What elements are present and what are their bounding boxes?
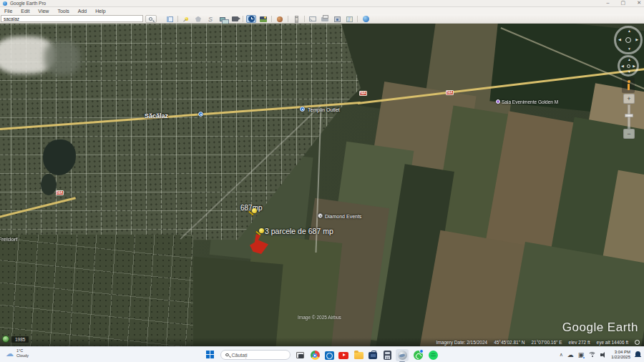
system-clock[interactable]: 3:04 PM 1/22/2025: [611, 350, 630, 360]
road-shield: 59A: [359, 91, 367, 96]
eye-altitude-readout: 14406 ft: [612, 340, 629, 345]
onedrive-cloud-icon[interactable]: ☁: [567, 351, 574, 358]
placemark-pin-icon: [185, 17, 188, 21]
briefcase-app-button[interactable]: [366, 349, 379, 361]
cloud-icon: ☁: [6, 349, 14, 358]
hand-icon: [627, 64, 630, 68]
north-arrow-icon: ▲: [628, 29, 631, 33]
elevation-readout: 272 ft: [578, 340, 590, 345]
minimize-button[interactable]: –: [607, 0, 610, 6]
switch-planets-button[interactable]: [275, 15, 285, 23]
imagery-date-label: Imagery Date:: [436, 340, 466, 345]
chrome-button[interactable]: [308, 349, 321, 361]
eye-alt-label: eye alt: [597, 340, 610, 345]
menu-add[interactable]: Add: [74, 9, 91, 14]
spotify-button[interactable]: [426, 349, 439, 361]
menu-help[interactable]: Help: [91, 9, 109, 14]
pegman-icon: [626, 80, 630, 90]
task-view-button[interactable]: [293, 349, 306, 361]
globe-icon: [363, 16, 369, 22]
store-poi-icon[interactable]: [198, 112, 203, 117]
briefcase-icon: [369, 352, 377, 359]
tray-date: 1/22/2025: [611, 355, 630, 360]
venue-poi-icon[interactable]: [496, 99, 500, 104]
elev-label: elev: [569, 340, 577, 345]
teams-icon[interactable]: ▣: [578, 351, 585, 358]
zoom-out-button[interactable]: −: [623, 129, 635, 139]
search-button[interactable]: [145, 15, 157, 23]
tray-overflow-chevron-icon[interactable]: ∧: [560, 352, 563, 358]
move-joystick[interactable]: ▲ ▼ ◀ ▶: [618, 55, 639, 77]
calculator-button[interactable]: [381, 349, 394, 361]
save-image-icon: [334, 16, 341, 22]
outlook-icon: [325, 351, 334, 360]
whatsapp-button[interactable]: [411, 349, 424, 361]
poi-label[interactable]: Diamond Events: [325, 214, 361, 219]
window-title: Google Earth Pro: [10, 1, 46, 6]
add-image-overlay-button[interactable]: [218, 15, 228, 23]
email-button[interactable]: [308, 15, 318, 23]
clock-icon: [248, 16, 255, 22]
menu-edit[interactable]: Edit: [16, 9, 34, 14]
ruler-button[interactable]: [291, 15, 301, 23]
sunlight-button[interactable]: [258, 15, 268, 23]
yellow-pushpin-icon[interactable]: [248, 208, 258, 218]
youtube-button[interactable]: [337, 349, 350, 361]
store-poi-icon[interactable]: [300, 107, 305, 112]
menu-tools[interactable]: Tools: [53, 9, 73, 14]
town-label: Săcălaz: [145, 112, 168, 119]
close-button[interactable]: ✕: [637, 0, 641, 6]
zoom-in-button[interactable]: +: [623, 94, 635, 104]
tray-time: 3:04 PM: [615, 350, 630, 355]
earth-view-button[interactable]: [361, 15, 371, 23]
google-earth-taskbar-button[interactable]: [396, 349, 409, 361]
events-poi-icon[interactable]: [318, 213, 323, 218]
pegman-control[interactable]: [622, 77, 635, 93]
district-label: Freidorf: [0, 236, 18, 243]
placemark-label[interactable]: 3 parcele de 687 mp: [265, 227, 333, 235]
polygon-icon: [195, 16, 201, 22]
toolbar: S: [0, 14, 644, 24]
zoom-slider-handle[interactable]: [625, 114, 633, 117]
longitude-readout: 21°07'00.16" E: [532, 340, 562, 345]
desktop: Google Earth Pro – ▢ ✕ File Edit View To…: [0, 0, 644, 362]
cloud-shadow: [44, 41, 80, 75]
road-shield: 59A: [56, 190, 64, 195]
speaker-icon[interactable]: [600, 352, 607, 358]
imagery-copyright: Image © 2025 Airbus: [298, 315, 341, 320]
eye-icon: [625, 37, 631, 43]
search-input[interactable]: [1, 15, 143, 22]
add-polygon-button[interactable]: [193, 15, 203, 23]
historical-imagery-button[interactable]: [246, 15, 256, 23]
outlook-button[interactable]: [323, 349, 336, 361]
map-viewport[interactable]: 59A 59A 59A Templin Outlet Sala Evenimen…: [0, 24, 644, 346]
print-button[interactable]: [320, 15, 330, 23]
ruler-icon: [295, 16, 298, 23]
add-path-button[interactable]: S: [205, 15, 215, 23]
latitude-readout: 45°45'02.81" N: [494, 340, 525, 345]
file-explorer-button[interactable]: [352, 349, 365, 361]
wifi-icon[interactable]: [588, 352, 596, 358]
maximize-button[interactable]: ▢: [621, 0, 626, 6]
spotify-icon: [429, 351, 438, 360]
calculator-icon: [384, 351, 391, 360]
hide-sidebar-button[interactable]: [165, 15, 175, 23]
look-joystick[interactable]: ▲ ▼ ◀ ▶: [614, 26, 643, 54]
poi-label[interactable]: Templin Outlet: [308, 107, 340, 112]
taskbar-search-placeholder: Căutați: [232, 353, 248, 358]
taskbar-search[interactable]: Căutați: [220, 350, 291, 360]
task-view-icon: [296, 352, 304, 358]
whatsapp-icon: [414, 351, 423, 360]
menu-file[interactable]: File: [0, 9, 16, 14]
youtube-icon: [338, 352, 348, 359]
view-in-maps-button[interactable]: [344, 15, 354, 23]
start-button[interactable]: [206, 351, 215, 359]
notifications-bell-icon[interactable]: [635, 351, 641, 358]
record-tour-button[interactable]: [230, 15, 240, 23]
chrome-icon: [311, 351, 320, 360]
menu-view[interactable]: View: [34, 9, 53, 14]
weather-widget[interactable]: ☁ 1°C Cloudy: [6, 348, 29, 358]
add-placemark-button[interactable]: [181, 15, 191, 23]
save-image-button[interactable]: [332, 15, 342, 23]
poi-label[interactable]: Sala Evenimente Golden M: [502, 99, 558, 104]
